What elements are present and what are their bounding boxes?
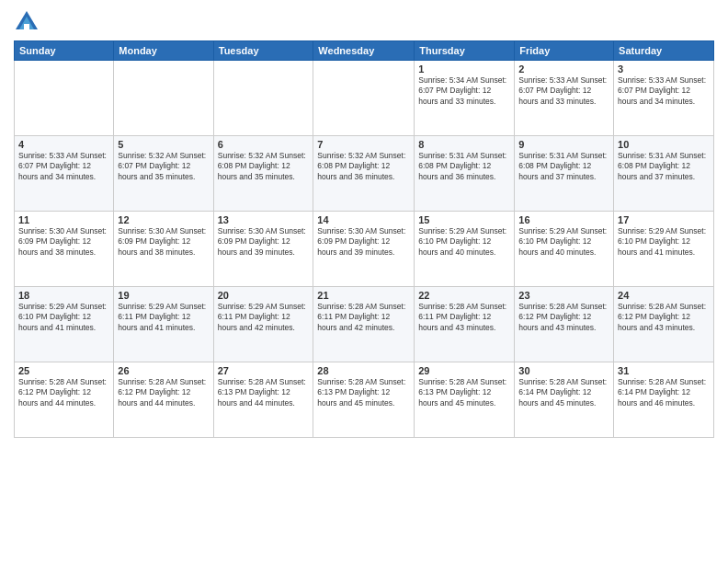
day-info: Sunrise: 5:31 AM Sunset: 6:08 PM Dayligh… — [618, 151, 710, 182]
day-info: Sunrise: 5:29 AM Sunset: 6:10 PM Dayligh… — [618, 226, 710, 258]
day-info: Sunrise: 5:28 AM Sunset: 6:11 PM Dayligh… — [317, 302, 410, 333]
calendar-cell: 18Sunrise: 5:29 AM Sunset: 6:10 PM Dayli… — [15, 287, 114, 362]
calendar-cell: 30Sunrise: 5:28 AM Sunset: 6:14 PM Dayli… — [515, 362, 614, 438]
calendar-cell: 9Sunrise: 5:31 AM Sunset: 6:08 PM Daylig… — [515, 136, 614, 212]
day-number: 16 — [518, 214, 609, 225]
day-number: 30 — [518, 365, 609, 376]
day-info: Sunrise: 5:28 AM Sunset: 6:12 PM Dayligh… — [618, 302, 710, 333]
weekday-header-thursday: Thursday — [415, 41, 515, 61]
day-number: 27 — [218, 365, 310, 376]
calendar-cell: 27Sunrise: 5:28 AM Sunset: 6:13 PM Dayli… — [213, 362, 313, 438]
calendar-cell: 23Sunrise: 5:28 AM Sunset: 6:12 PM Dayli… — [515, 287, 614, 362]
day-info: Sunrise: 5:32 AM Sunset: 6:07 PM Dayligh… — [118, 151, 209, 182]
calendar-cell: 7Sunrise: 5:32 AM Sunset: 6:08 PM Daylig… — [313, 136, 415, 212]
week-row-2: 4Sunrise: 5:33 AM Sunset: 6:07 PM Daylig… — [15, 136, 714, 212]
day-number: 12 — [118, 214, 209, 225]
day-number: 24 — [618, 290, 710, 301]
weekday-header-monday: Monday — [114, 41, 213, 61]
day-number: 18 — [18, 290, 109, 301]
day-info: Sunrise: 5:29 AM Sunset: 6:11 PM Dayligh… — [218, 302, 310, 333]
logo — [14, 9, 43, 35]
day-number: 14 — [317, 214, 410, 225]
calendar-cell — [313, 61, 415, 136]
day-number: 13 — [218, 214, 310, 225]
day-info: Sunrise: 5:33 AM Sunset: 6:07 PM Dayligh… — [18, 151, 109, 182]
day-info: Sunrise: 5:32 AM Sunset: 6:08 PM Dayligh… — [218, 151, 310, 182]
day-info: Sunrise: 5:29 AM Sunset: 6:10 PM Dayligh… — [18, 302, 109, 333]
calendar-cell: 29Sunrise: 5:28 AM Sunset: 6:13 PM Dayli… — [415, 362, 515, 438]
day-info: Sunrise: 5:28 AM Sunset: 6:12 PM Dayligh… — [518, 302, 609, 333]
calendar-cell: 31Sunrise: 5:28 AM Sunset: 6:14 PM Dayli… — [614, 362, 714, 438]
day-info: Sunrise: 5:34 AM Sunset: 6:07 PM Dayligh… — [418, 75, 510, 107]
calendar-cell: 10Sunrise: 5:31 AM Sunset: 6:08 PM Dayli… — [614, 136, 714, 212]
calendar-cell: 14Sunrise: 5:30 AM Sunset: 6:09 PM Dayli… — [313, 212, 415, 287]
calendar-cell: 11Sunrise: 5:30 AM Sunset: 6:09 PM Dayli… — [15, 212, 114, 287]
day-number: 26 — [118, 365, 209, 376]
day-info: Sunrise: 5:33 AM Sunset: 6:07 PM Dayligh… — [518, 75, 609, 107]
calendar-cell: 21Sunrise: 5:28 AM Sunset: 6:11 PM Dayli… — [313, 287, 415, 362]
day-number: 29 — [418, 365, 510, 376]
day-number: 11 — [18, 214, 109, 225]
weekday-header-tuesday: Tuesday — [213, 41, 313, 61]
day-info: Sunrise: 5:28 AM Sunset: 6:13 PM Dayligh… — [317, 377, 410, 408]
day-number: 1 — [418, 63, 510, 75]
calendar-cell: 6Sunrise: 5:32 AM Sunset: 6:08 PM Daylig… — [213, 136, 313, 212]
calendar-cell: 19Sunrise: 5:29 AM Sunset: 6:11 PM Dayli… — [114, 287, 213, 362]
calendar-cell — [213, 61, 313, 136]
day-number: 25 — [18, 365, 109, 376]
day-info: Sunrise: 5:33 AM Sunset: 6:07 PM Dayligh… — [618, 75, 710, 107]
calendar-cell: 16Sunrise: 5:29 AM Sunset: 6:10 PM Dayli… — [515, 212, 614, 287]
calendar-cell: 4Sunrise: 5:33 AM Sunset: 6:07 PM Daylig… — [15, 136, 114, 212]
day-number: 8 — [418, 139, 510, 150]
day-info: Sunrise: 5:31 AM Sunset: 6:08 PM Dayligh… — [518, 151, 609, 182]
weekday-header-row: SundayMondayTuesdayWednesdayThursdayFrid… — [15, 41, 714, 61]
day-info: Sunrise: 5:28 AM Sunset: 6:11 PM Dayligh… — [418, 302, 510, 333]
svg-rect-2 — [24, 24, 29, 29]
calendar-cell: 15Sunrise: 5:29 AM Sunset: 6:10 PM Dayli… — [415, 212, 515, 287]
calendar-cell: 1Sunrise: 5:34 AM Sunset: 6:07 PM Daylig… — [415, 61, 515, 136]
calendar-cell: 17Sunrise: 5:29 AM Sunset: 6:10 PM Dayli… — [614, 212, 714, 287]
calendar-cell: 13Sunrise: 5:30 AM Sunset: 6:09 PM Dayli… — [213, 212, 313, 287]
calendar-cell — [114, 61, 213, 136]
day-info: Sunrise: 5:29 AM Sunset: 6:10 PM Dayligh… — [518, 226, 609, 258]
day-number: 9 — [518, 139, 609, 150]
day-number: 5 — [118, 139, 209, 150]
day-info: Sunrise: 5:29 AM Sunset: 6:10 PM Dayligh… — [418, 226, 510, 258]
day-info: Sunrise: 5:28 AM Sunset: 6:13 PM Dayligh… — [218, 377, 310, 408]
day-info: Sunrise: 5:31 AM Sunset: 6:08 PM Dayligh… — [418, 151, 510, 182]
day-info: Sunrise: 5:30 AM Sunset: 6:09 PM Dayligh… — [218, 226, 310, 258]
week-row-4: 18Sunrise: 5:29 AM Sunset: 6:10 PM Dayli… — [15, 287, 714, 362]
day-info: Sunrise: 5:28 AM Sunset: 6:13 PM Dayligh… — [418, 377, 510, 408]
calendar-cell: 20Sunrise: 5:29 AM Sunset: 6:11 PM Dayli… — [213, 287, 313, 362]
calendar-cell: 22Sunrise: 5:28 AM Sunset: 6:11 PM Dayli… — [415, 287, 515, 362]
day-number: 21 — [317, 290, 410, 301]
week-row-1: 1Sunrise: 5:34 AM Sunset: 6:07 PM Daylig… — [15, 61, 714, 136]
day-number: 2 — [518, 63, 609, 75]
header — [14, 9, 714, 35]
day-info: Sunrise: 5:30 AM Sunset: 6:09 PM Dayligh… — [317, 226, 410, 258]
day-info: Sunrise: 5:28 AM Sunset: 6:12 PM Dayligh… — [118, 377, 209, 408]
page: SundayMondayTuesdayWednesdayThursdayFrid… — [0, 0, 728, 563]
calendar-cell — [15, 61, 114, 136]
day-number: 28 — [317, 365, 410, 376]
day-number: 7 — [317, 139, 410, 150]
calendar-cell: 8Sunrise: 5:31 AM Sunset: 6:08 PM Daylig… — [415, 136, 515, 212]
day-number: 17 — [618, 214, 710, 225]
calendar-cell: 5Sunrise: 5:32 AM Sunset: 6:07 PM Daylig… — [114, 136, 213, 212]
day-info: Sunrise: 5:32 AM Sunset: 6:08 PM Dayligh… — [317, 151, 410, 182]
weekday-header-sunday: Sunday — [15, 41, 114, 61]
day-number: 15 — [418, 214, 510, 225]
calendar-cell: 26Sunrise: 5:28 AM Sunset: 6:12 PM Dayli… — [114, 362, 213, 438]
calendar-cell: 28Sunrise: 5:28 AM Sunset: 6:13 PM Dayli… — [313, 362, 415, 438]
day-info: Sunrise: 5:28 AM Sunset: 6:14 PM Dayligh… — [618, 377, 710, 408]
calendar-cell: 25Sunrise: 5:28 AM Sunset: 6:12 PM Dayli… — [15, 362, 114, 438]
day-number: 4 — [18, 139, 109, 150]
logo-icon — [14, 9, 40, 35]
day-number: 23 — [518, 290, 609, 301]
day-number: 19 — [118, 290, 209, 301]
calendar-cell: 24Sunrise: 5:28 AM Sunset: 6:12 PM Dayli… — [614, 287, 714, 362]
day-info: Sunrise: 5:28 AM Sunset: 6:14 PM Dayligh… — [518, 377, 609, 408]
day-number: 20 — [218, 290, 310, 301]
day-number: 22 — [418, 290, 510, 301]
day-number: 31 — [618, 365, 710, 376]
